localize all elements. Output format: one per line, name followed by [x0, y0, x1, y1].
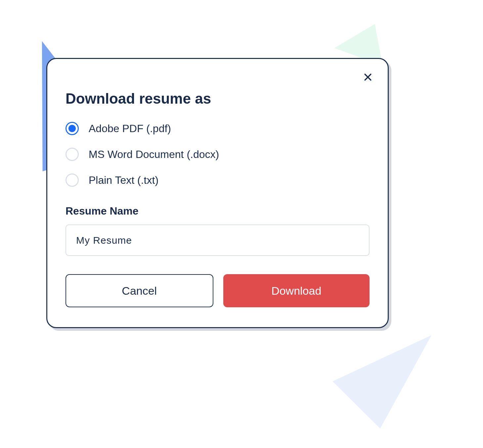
download-button[interactable]: Download [223, 274, 370, 307]
radio-indicator [66, 148, 79, 161]
radio-option-docx[interactable]: MS Word Document (.docx) [66, 148, 370, 161]
format-radio-group: Adobe PDF (.pdf) MS Word Document (.docx… [66, 122, 370, 187]
radio-label: MS Word Document (.docx) [89, 148, 219, 161]
resume-name-input[interactable] [66, 224, 370, 256]
radio-indicator [66, 122, 79, 135]
radio-option-txt[interactable]: Plain Text (.txt) [66, 174, 370, 187]
close-icon [363, 72, 373, 82]
radio-dot-icon [68, 125, 76, 132]
cancel-button[interactable]: Cancel [66, 274, 213, 307]
dialog-title: Download resume as [66, 90, 370, 107]
close-button[interactable] [361, 71, 374, 84]
resume-name-label: Resume Name [66, 205, 370, 217]
download-dialog: Download resume as Adobe PDF (.pdf) MS W… [46, 58, 389, 328]
radio-indicator [66, 174, 79, 187]
radio-label: Adobe PDF (.pdf) [89, 123, 171, 135]
decorative-triangle-lightblue [332, 335, 458, 438]
dialog-actions: Cancel Download [66, 274, 370, 307]
radio-option-pdf[interactable]: Adobe PDF (.pdf) [66, 122, 370, 135]
radio-label: Plain Text (.txt) [89, 174, 158, 186]
